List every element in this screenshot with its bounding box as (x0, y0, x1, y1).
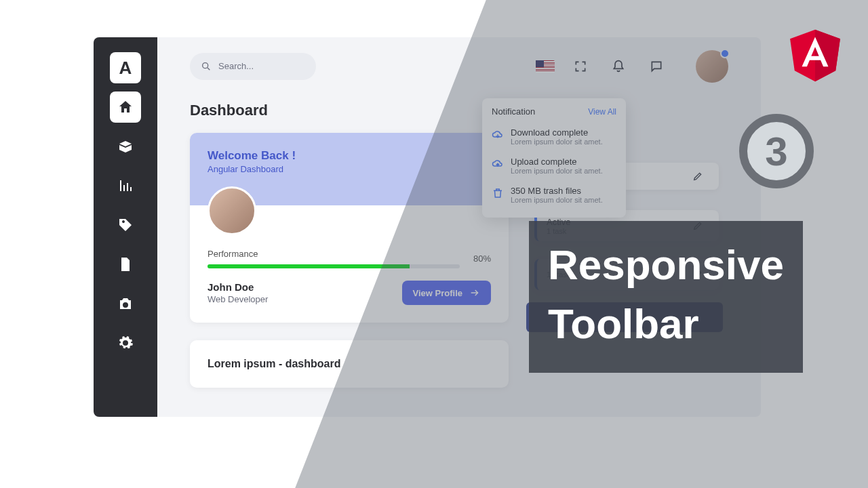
notification-item[interactable]: 350 MB trash filesLorem ipsum dolor sit … (492, 180, 616, 209)
sidebar-item-home[interactable] (110, 92, 141, 123)
sidebar-item-camera[interactable] (110, 288, 141, 319)
file-icon (117, 256, 134, 272)
messages-button[interactable] (644, 54, 669, 79)
search-placeholder: Search... (218, 61, 254, 71)
edit-button[interactable] (688, 166, 708, 186)
svg-point-0 (203, 62, 208, 68)
topbar: Search... (157, 37, 761, 95)
page-title: Dashboard (157, 95, 761, 133)
notification-item-title: Download complete (511, 127, 603, 138)
chart-icon (117, 178, 134, 194)
pencil-icon (692, 171, 703, 182)
notification-item[interactable]: Download completeLorem ipsum dolor sit a… (492, 122, 616, 151)
trash-icon (492, 187, 504, 199)
view-profile-button[interactable]: View Profile (402, 281, 491, 305)
app-logo[interactable]: A (110, 52, 141, 83)
notification-item-sub: Lorem ipsum dolor sit amet. (511, 167, 603, 175)
camera-icon (117, 296, 134, 312)
welcome-card: Welcome Back ! Angular Dashboard Perform… (190, 133, 509, 323)
tags-icon (117, 217, 134, 233)
sidebar-item-tags[interactable] (110, 209, 141, 241)
welcome-subtitle: Angular Dashboard (208, 164, 491, 174)
profile-avatar (208, 186, 256, 235)
notifications-button[interactable] (606, 54, 631, 79)
notification-item-sub: Lorem ipsum dolor sit amet. (511, 196, 603, 204)
svg-line-1 (208, 68, 210, 70)
notification-item-title: 350 MB trash files (511, 186, 603, 196)
user-avatar[interactable] (696, 50, 728, 83)
search-icon (201, 61, 212, 72)
notification-item-sub: Lorem ipsum dolor sit amet. (511, 138, 603, 146)
angular-logo (787, 23, 844, 84)
welcome-title: Welcome Back ! (208, 149, 491, 163)
notification-dropdown: Notification View All Download completeL… (482, 98, 626, 218)
sidebar-item-analytics[interactable] (110, 170, 141, 201)
view-all-link[interactable]: View All (588, 107, 616, 117)
episode-badge: 3 (739, 114, 814, 188)
lorem-card: Lorem ipsum - dashboard (190, 340, 509, 388)
thumbnail-title: Responsive Toolbar (529, 221, 803, 373)
sidebar-item-settings[interactable] (110, 327, 141, 359)
title-line-1: Responsive (548, 236, 784, 295)
title-line-2: Toolbar (548, 295, 784, 354)
home-icon (117, 99, 134, 115)
performance-bar (208, 264, 460, 268)
sidebar-item-products[interactable] (110, 131, 141, 162)
sidebar-item-files[interactable] (110, 249, 141, 280)
notification-item-title: Upload complete (511, 157, 603, 167)
chat-icon (650, 60, 663, 73)
sidebar: A (94, 37, 157, 417)
performance-percent: 80% (473, 253, 491, 264)
language-flag[interactable] (536, 60, 555, 73)
performance-label: Performance (208, 249, 460, 259)
cloud-download-icon (492, 129, 504, 141)
arrow-right-icon (469, 287, 480, 298)
bell-icon (612, 60, 625, 73)
profile-role: Web Developer (208, 294, 268, 304)
box-icon (117, 138, 134, 155)
search-input[interactable]: Search... (190, 53, 316, 80)
notification-title: Notification (492, 106, 535, 117)
fullscreen-button[interactable] (568, 54, 593, 79)
notification-item[interactable]: Upload completeLorem ipsum dolor sit ame… (492, 151, 616, 180)
view-profile-label: View Profile (413, 288, 462, 298)
gear-icon (117, 335, 134, 351)
cloud-upload-icon (492, 158, 504, 170)
profile-name: John Doe (208, 281, 268, 293)
fullscreen-icon (574, 60, 587, 73)
